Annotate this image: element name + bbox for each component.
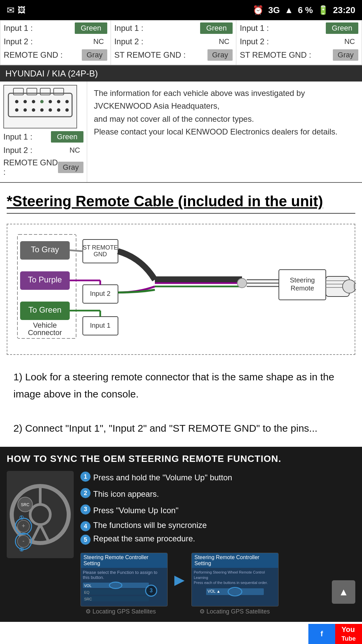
- wiring-diagram-svg: To Gray To Purple To Green Vehicle Conne…: [14, 231, 356, 345]
- sync-section: HOW TO SYNC THE OEM STEERING REMOTE FUNC…: [0, 447, 362, 622]
- svg-point-11: [65, 100, 69, 103]
- col2-gnd-badge: Gray: [207, 49, 233, 61]
- svg-text:GND: GND: [94, 251, 107, 258]
- svg-text:Input 1: Input 1: [90, 322, 110, 329]
- col3-input1-badge: Green: [326, 22, 358, 34]
- status-left: ✉ 🖼: [7, 5, 26, 16]
- col1-input1-badge: Green: [75, 22, 107, 34]
- scroll-up-icon: ▲: [339, 586, 349, 598]
- hyundai-gnd-badge: Gray: [58, 162, 83, 173]
- svg-text:To Purple: To Purple: [28, 275, 62, 284]
- step-4-circle: 4: [80, 521, 90, 531]
- sync-steps-left: 1 Press and hold the "Volume Up" button …: [80, 471, 355, 517]
- screenshot-1-title-text: Steering Remote Controller Setting: [83, 554, 148, 566]
- col3-gnd-badge: Gray: [333, 49, 358, 61]
- svg-line-57: [40, 525, 49, 541]
- svg-text:Steering: Steering: [290, 276, 315, 284]
- col2: Input 1 : Green Input 2 : NC ST REMOTE G…: [111, 20, 236, 65]
- hyundai-input1-row: Input 1 : Green: [3, 131, 83, 143]
- step-3-num: 3: [84, 504, 87, 515]
- arrow-right-icon: ▶: [174, 572, 185, 587]
- youtube-icon: YouTube: [342, 625, 356, 643]
- col2-gnd-label: ST REMOTE GND :: [114, 50, 186, 60]
- svg-text:Remote: Remote: [291, 284, 314, 292]
- diagram-container: To Gray To Purple To Green Vehicle Conne…: [7, 224, 355, 355]
- step-1-circle: 1: [80, 472, 90, 482]
- hyundai-info-text: The information for each vehicle above w…: [87, 82, 362, 182]
- col1-input1-label: Input 1 :: [4, 23, 33, 33]
- svg-point-40: [237, 278, 247, 288]
- col1-input2-row: Input 2 : NC: [4, 36, 107, 47]
- steering-wheel-svg: SRC + - ① ②: [8, 474, 72, 555]
- email-icon: ✉: [7, 5, 14, 16]
- hyundai-body: Input 1 : Green Input 2 : NC REMOTE GND …: [0, 82, 362, 182]
- svg-line-31: [70, 250, 83, 251]
- youtube-button[interactable]: YouTube: [335, 624, 362, 644]
- col1-input1-row: Input 1 : Green: [4, 22, 107, 34]
- svg-line-56: [32, 525, 40, 541]
- col1-gnd-label: REMOTE GND :: [4, 50, 63, 60]
- hyundai-input1-label: Input 1 :: [3, 132, 33, 142]
- steering-wheel-image: SRC + - ① ②: [7, 471, 74, 558]
- col3-input1-label: Input 1 :: [240, 23, 269, 33]
- scroll-up-button[interactable]: ▲: [332, 580, 355, 604]
- status-bar: ✉ 🖼 ⏰ 3G ▲ 6 % 🔋 23:20: [0, 0, 362, 20]
- col2-input2-badge: NC: [216, 36, 233, 47]
- sync-body: SRC + - ① ② 1 Press: [7, 471, 355, 606]
- hyundai-input1-badge: Green: [51, 131, 83, 143]
- step-3-circle: 3: [80, 504, 90, 515]
- circle-highlight-2: [109, 582, 122, 589]
- svg-point-6: [23, 100, 27, 103]
- step-3-text: Press "Volume Up Icon": [93, 504, 178, 518]
- col3: Input 1 : Green Input 2 : NC ST REMOTE G…: [236, 20, 362, 65]
- step-4-num: 4: [84, 523, 87, 530]
- col3-input2-badge: NC: [341, 36, 358, 47]
- svg-text:To Green: To Green: [28, 305, 62, 314]
- svg-point-17: [57, 108, 60, 112]
- step-4-text: The functions will be syncronize: [93, 521, 207, 530]
- battery-label: 6 %: [298, 5, 313, 15]
- col3-input2-row: Input 2 : NC: [240, 36, 358, 47]
- col2-input2-label: Input 2 :: [114, 37, 143, 46]
- svg-point-8: [40, 100, 44, 103]
- svg-text:Input 2: Input 2: [90, 290, 110, 297]
- screenshot-2-title: Steering Remote Controller Setting: [192, 553, 278, 568]
- status-right: ⏰ 3G ▲ 6 % 🔋 23:20: [253, 5, 355, 15]
- facebook-button[interactable]: f: [308, 624, 335, 644]
- svg-point-54: [30, 504, 50, 525]
- image-icon: 🖼: [18, 5, 26, 15]
- screenshot-1: Steering Remote Controller Setting Pleas…: [80, 553, 168, 606]
- svg-point-7: [32, 100, 35, 103]
- eq-label: EQ: [83, 590, 89, 594]
- col3-gnd-row: ST REMOTE GND : Gray: [240, 49, 358, 61]
- col2-input1-row: Input 1 : Green: [114, 22, 233, 34]
- step-2-text: This icon appears.: [93, 487, 159, 501]
- hyundai-title: HYUNDAI / KIA (24P-B): [5, 68, 98, 78]
- instruction-2: 2) Connect "Input 1", "Input 2" and "ST …: [13, 420, 349, 437]
- step-2-circle: 2: [80, 488, 90, 498]
- col2-gnd-row: ST REMOTE GND : Gray: [114, 49, 233, 61]
- col1-gnd-row: REMOTE GND : Gray: [4, 49, 107, 61]
- screenshot-2: Steering Remote Controller Setting Perfo…: [191, 553, 279, 606]
- hyundai-section: HYUNDAI / KIA (24P-B): [0, 65, 362, 183]
- hyundai-gnd-row: REMOTE GND : Gray: [3, 158, 83, 177]
- svg-text:Connector: Connector: [28, 328, 62, 337]
- vol-a-row: VOL ▲: [206, 588, 264, 595]
- sync-step-2: 2 This icon appears.: [80, 487, 355, 501]
- sync-title: HOW TO SYNC THE OEM STEERING REMOTE FUNC…: [7, 453, 355, 464]
- svg-point-18: [65, 108, 69, 112]
- hyundai-input2-label: Input 2 :: [3, 146, 33, 155]
- vol-label: VOL: [83, 584, 92, 588]
- circle-vol-highlight: [228, 587, 242, 596]
- svg-text:①: ①: [19, 515, 24, 521]
- hyundai-header: HYUNDAI / KIA (24P-B): [0, 66, 362, 82]
- gps-label-2: ⚙ Locating GPS Satellites: [191, 608, 278, 615]
- svg-point-16: [49, 108, 52, 112]
- sync-step-4: 4 The functions will be syncronize: [80, 521, 355, 531]
- instructions-text: 1) Look for a steering remote connector …: [7, 365, 355, 440]
- sync-title-text: H: [7, 453, 14, 464]
- svg-text:SRC: SRC: [21, 502, 29, 507]
- social-bar: f YouTube: [308, 624, 362, 644]
- sync-title-rest: OW TO SYNC THE OEM STEERING REMOTE FUNCT…: [14, 453, 281, 464]
- steering-title: *Steering Remote Cable (included in the …: [7, 193, 355, 214]
